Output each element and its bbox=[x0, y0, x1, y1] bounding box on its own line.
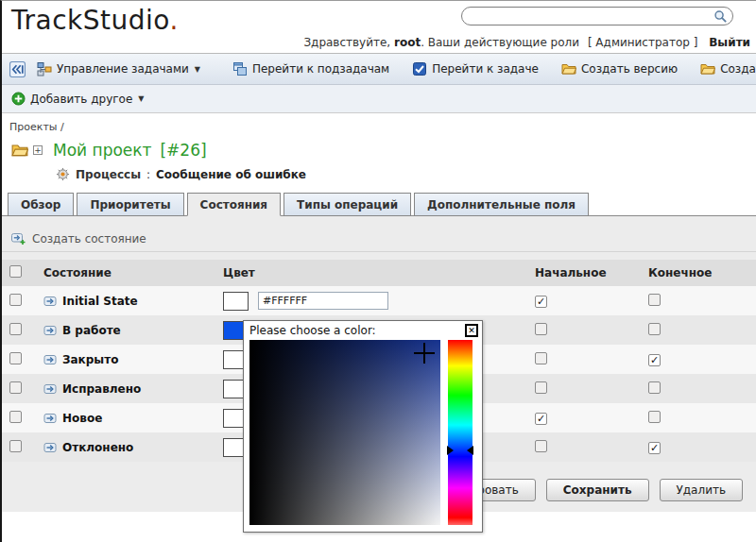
state-icon bbox=[43, 382, 57, 396]
tab-states[interactable]: Состояния bbox=[187, 193, 281, 216]
logo-text: TrackStudio bbox=[11, 5, 169, 36]
add-other-button[interactable]: Добавить другое ▼ bbox=[11, 92, 144, 106]
row-select-checkbox[interactable] bbox=[9, 411, 22, 423]
search-icon[interactable] bbox=[713, 9, 728, 24]
project-title: Мой проект bbox=[53, 141, 151, 160]
plus-circle-icon bbox=[11, 92, 26, 106]
tab-priorities[interactable]: Приоритеты bbox=[77, 193, 183, 216]
state-name-link[interactable]: Новое bbox=[62, 412, 102, 425]
logo-dot: . bbox=[169, 5, 178, 36]
trackstudio-window: TrackStudio. Здравствуйте, root. Ваши де… bbox=[0, 0, 756, 542]
subtasks-icon bbox=[232, 61, 248, 76]
initial-checkbox[interactable] bbox=[535, 381, 547, 394]
state-icon bbox=[43, 353, 57, 366]
app-logo[interactable]: TrackStudio. bbox=[11, 5, 179, 36]
create-state-link[interactable]: Создать состояние bbox=[32, 232, 146, 246]
row-select-checkbox[interactable] bbox=[9, 440, 22, 452]
color-swatch[interactable] bbox=[223, 292, 249, 311]
row-select-checkbox[interactable] bbox=[9, 323, 22, 335]
hue-strip[interactable] bbox=[448, 340, 472, 525]
state-icon bbox=[43, 324, 57, 337]
toolbar-create-project-label: Создать проект bbox=[720, 62, 756, 76]
row-select-checkbox[interactable] bbox=[9, 381, 22, 394]
color-hex-input[interactable] bbox=[258, 292, 388, 310]
final-checkbox[interactable] bbox=[648, 411, 661, 423]
initial-checkbox[interactable] bbox=[535, 323, 547, 335]
state-icon bbox=[43, 295, 57, 308]
toolbar-create-project[interactable]: Создать проект bbox=[700, 61, 756, 76]
greeting-bar: Здравствуйте, root. Ваши действующие рол… bbox=[303, 36, 750, 49]
state-name-link[interactable]: В работе bbox=[62, 324, 121, 337]
process-link[interactable]: Процессы bbox=[76, 168, 141, 181]
header-initial: Начальное bbox=[527, 260, 641, 286]
initial-checkbox[interactable]: ✓ bbox=[535, 296, 547, 308]
delete-button[interactable]: Удалить bbox=[660, 479, 744, 501]
tab-operation-types[interactable]: Типы операций bbox=[284, 193, 411, 216]
color-picker-title: Please choose a color: bbox=[249, 324, 376, 337]
state-name-link[interactable]: Отклонено bbox=[62, 441, 133, 454]
tree-expander-icon[interactable]: + bbox=[33, 145, 43, 155]
toolbar-goto-subtasks[interactable]: Перейти к подзадачам bbox=[232, 61, 389, 76]
create-state-bar: Создать состояние bbox=[2, 226, 756, 252]
toolbar-goto-task-label: Перейти к задаче bbox=[432, 62, 539, 76]
final-checkbox[interactable] bbox=[648, 294, 661, 306]
collapse-sidebar-button[interactable] bbox=[9, 61, 26, 77]
tab-overview[interactable]: Обзор bbox=[8, 193, 74, 216]
state-name-link[interactable]: Исправлено bbox=[62, 382, 141, 396]
final-checkbox[interactable]: ✓ bbox=[648, 354, 661, 366]
greeting-text: Здравствуйте, bbox=[303, 36, 390, 49]
save-button[interactable]: Сохранить bbox=[546, 479, 649, 501]
project-folder-icon bbox=[11, 142, 28, 159]
breadcrumb-projects-link[interactable]: Проекты / bbox=[9, 121, 64, 133]
hue-arrow-right-icon[interactable] bbox=[467, 446, 473, 455]
toolbar-create-version[interactable]: Создать версию bbox=[561, 61, 678, 76]
color-picker-body bbox=[244, 340, 482, 532]
initial-checkbox[interactable] bbox=[535, 440, 547, 452]
state-icon bbox=[43, 441, 57, 454]
color-picker-dialog: Please choose a color: ✕ bbox=[243, 320, 483, 533]
greeting-username: root bbox=[394, 36, 421, 49]
final-checkbox[interactable] bbox=[648, 323, 661, 335]
folder-icon bbox=[700, 61, 715, 76]
saturation-value-area[interactable] bbox=[249, 340, 440, 525]
project-row: + Мой проект [#26] bbox=[2, 133, 756, 162]
header-color: Цвет bbox=[215, 260, 527, 286]
tab-bar: Обзор Приоритеты Состояния Типы операций… bbox=[2, 193, 756, 215]
initial-checkbox[interactable] bbox=[535, 352, 547, 364]
project-link[interactable]: Мой проект [#26] bbox=[53, 141, 207, 160]
state-name-link[interactable]: Закрыто bbox=[62, 353, 118, 366]
color-picker-header: Please choose a color: ✕ bbox=[244, 321, 482, 340]
state-name-link[interactable]: Initial State bbox=[62, 295, 138, 308]
create-state-icon bbox=[11, 231, 26, 246]
toolbar-manage-tasks[interactable]: Управление задачами ▼ bbox=[37, 61, 200, 76]
initial-checkbox[interactable]: ✓ bbox=[535, 413, 547, 425]
toolbar-goto-subtasks-label: Перейти к подзадачам bbox=[252, 62, 389, 76]
breadcrumb: Проекты / bbox=[2, 113, 756, 133]
final-checkbox[interactable] bbox=[648, 381, 661, 394]
project-id: [#26] bbox=[160, 141, 206, 160]
greeting-roles-text: . Ваши действующие роли bbox=[421, 36, 579, 49]
crosshair-marker[interactable] bbox=[414, 343, 435, 364]
chevron-down-icon: ▼ bbox=[138, 94, 144, 103]
process-row: Процессы : Сообщение об ошибке bbox=[56, 167, 756, 181]
tab-custom-fields[interactable]: Дополнительные поля bbox=[414, 193, 589, 216]
header-state: Состояние bbox=[36, 260, 215, 286]
toolbar-manage-tasks-label: Управление задачами bbox=[57, 62, 189, 76]
search-input[interactable] bbox=[470, 9, 713, 23]
app-header: TrackStudio. Здравствуйте, root. Ваши де… bbox=[2, 1, 756, 54]
folder-icon bbox=[561, 61, 576, 76]
row-select-checkbox[interactable] bbox=[9, 294, 22, 306]
row-select-checkbox[interactable] bbox=[9, 352, 22, 364]
toolbar-create-version-label: Создать версию bbox=[581, 62, 678, 76]
final-checkbox[interactable]: ✓ bbox=[648, 442, 661, 454]
table-header-row: Состояние Цвет Начальное Конечное bbox=[2, 260, 756, 286]
task-tree-icon bbox=[37, 61, 52, 76]
toolbar-goto-task[interactable]: Перейти к задаче bbox=[412, 61, 539, 76]
process-icon bbox=[56, 167, 70, 181]
hue-arrow-left-icon[interactable] bbox=[447, 446, 454, 455]
close-icon[interactable]: ✕ bbox=[465, 324, 478, 337]
state-icon bbox=[43, 412, 57, 425]
select-all-checkbox[interactable] bbox=[9, 265, 22, 278]
logout-link[interactable]: Выйти bbox=[709, 36, 750, 49]
chevron-down-icon: ▼ bbox=[195, 65, 200, 74]
